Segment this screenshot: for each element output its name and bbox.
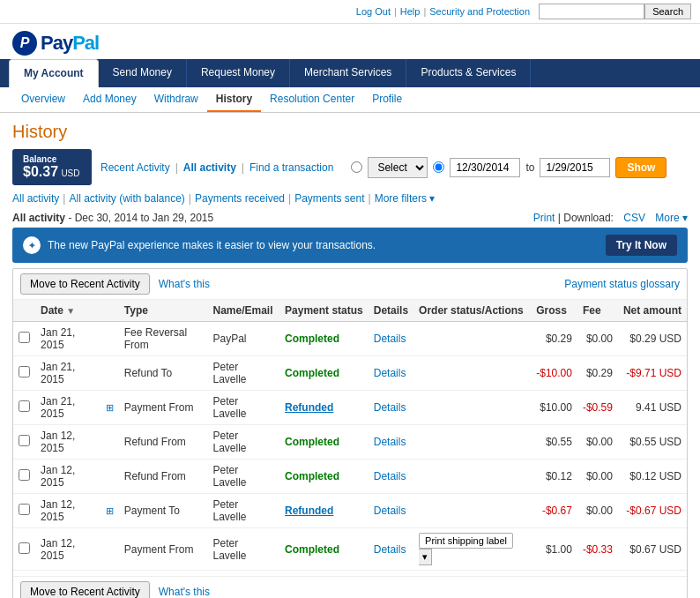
row-order-action[interactable]: Print shipping label▾ (413, 528, 531, 571)
row-gross: $0.55 (531, 425, 577, 460)
row-gross: $10.00 (531, 391, 577, 425)
move-bar-bottom: Move to Recent Activity What's this (13, 576, 687, 598)
table-header: Gross (531, 300, 577, 322)
more-filters-button[interactable]: More filters ▾ (375, 192, 436, 205)
more-link[interactable]: More ▾ (655, 212, 688, 224)
payment-glossary-link[interactable]: Payment status glossary (564, 278, 680, 290)
table-header: Name/Email (208, 300, 280, 322)
row-expand (101, 425, 119, 460)
print-label-dropdown[interactable]: ▾ (419, 549, 432, 565)
row-date: Jan 21, 2015 (35, 356, 101, 391)
row-name: Peter Lavelle (208, 391, 280, 425)
expand-icon[interactable]: ⊞ (106, 505, 114, 516)
paypal-logo: P PayPal (12, 31, 688, 56)
details-link[interactable]: Details (374, 543, 406, 556)
row-gross: $0.29 (531, 322, 577, 356)
table-header (13, 300, 35, 322)
download-label: Download: (563, 212, 614, 224)
main-nav-item[interactable]: Send Money (99, 59, 187, 87)
all-activity-filter[interactable]: All activity (12, 192, 59, 205)
row-type: Refund From (119, 460, 208, 494)
row-expand (101, 528, 119, 571)
row-date: Jan 12, 2015 (35, 528, 101, 571)
details-link[interactable]: Details (374, 401, 406, 414)
details-link[interactable]: Details (374, 436, 406, 448)
row-order-action (413, 356, 531, 391)
balance-box: Balance $0.37 USD (12, 149, 92, 185)
row-status: Completed (279, 322, 369, 356)
row-status: Refunded (279, 391, 369, 425)
all-with-balance-filter[interactable]: All activity (with balance) (69, 192, 184, 205)
try-it-now-button[interactable]: Try It Now (606, 235, 677, 256)
search-button[interactable]: Search (644, 4, 691, 19)
sub-nav-item[interactable]: Profile (363, 87, 411, 112)
sub-nav-item[interactable]: Overview (12, 87, 74, 112)
row-net: -$9.71 USD (618, 356, 687, 391)
row-checkbox[interactable] (19, 542, 30, 554)
date-from-input[interactable] (450, 158, 520, 177)
filter-select[interactable]: Select (368, 157, 428, 178)
print-label-button[interactable]: Print shipping label (419, 533, 513, 549)
filter-controls: Select to Show (351, 157, 666, 178)
row-checkbox[interactable] (19, 332, 30, 343)
recent-activity-link[interactable]: Recent Activity (101, 161, 170, 174)
row-type: Payment From (119, 528, 208, 571)
table-row: Jan 21, 2015Fee Reversal FromPayPalCompl… (13, 322, 687, 356)
row-expand[interactable]: ⊞ (101, 391, 119, 425)
whats-this-bottom[interactable]: What's this (159, 586, 210, 598)
row-expand[interactable]: ⊞ (101, 494, 119, 528)
sub-nav-item[interactable]: Withdraw (145, 87, 207, 112)
show-button[interactable]: Show (615, 157, 666, 178)
table-header: Fee (577, 300, 618, 322)
row-date: Jan 12, 2015 (35, 425, 101, 460)
row-status: Completed (279, 460, 369, 494)
table-header: Order status/Actions (413, 300, 531, 322)
csv-link[interactable]: CSV (623, 212, 645, 224)
row-gross: $0.12 (531, 460, 577, 494)
row-name: Peter Lavelle (208, 494, 280, 528)
row-checkbox[interactable] (19, 435, 30, 446)
main-nav-item[interactable]: Request Money (187, 59, 290, 87)
row-checkbox[interactable] (19, 504, 30, 515)
info-banner-left: ✦ The new PayPal experience makes it eas… (23, 236, 376, 254)
date-to-input[interactable] (540, 158, 610, 177)
payments-sent-filter[interactable]: Payments sent (294, 192, 364, 205)
details-link[interactable]: Details (374, 367, 406, 379)
page-content: History Balance $0.37 USD Recent Activit… (0, 113, 700, 598)
sub-nav-item[interactable]: History (207, 87, 261, 112)
row-checkbox[interactable] (19, 469, 30, 481)
date-range-radio[interactable] (433, 161, 444, 173)
details-link[interactable]: Details (374, 333, 406, 345)
print-link[interactable]: Print (533, 212, 555, 224)
row-net: $0.12 USD (618, 460, 687, 494)
filter-links: Recent Activity | All activity | Find a … (101, 161, 333, 174)
expand-icon[interactable]: ⊞ (106, 402, 114, 413)
sub-nav-item[interactable]: Resolution Center (261, 87, 363, 112)
main-nav-item[interactable]: Products & Services (406, 59, 531, 87)
main-nav-item[interactable]: Merchant Services (290, 59, 406, 87)
radio-group (351, 161, 362, 173)
filter-radio[interactable] (351, 161, 362, 173)
find-transaction-link[interactable]: Find a transaction (249, 161, 333, 174)
row-fee: $0.29 (577, 356, 618, 391)
details-link[interactable]: Details (374, 505, 406, 517)
move-to-recent-bottom[interactable]: Move to Recent Activity (20, 581, 150, 598)
help-link[interactable]: Help (400, 6, 421, 17)
logout-link[interactable]: Log Out (356, 6, 391, 17)
security-link[interactable]: Security and Protection (429, 6, 530, 17)
all-activity-link[interactable]: All activity (183, 161, 236, 174)
row-checkbox[interactable] (19, 366, 30, 377)
banner-icon: ✦ (23, 236, 41, 254)
table-header: Details (369, 300, 413, 322)
date-to-label: to (525, 161, 534, 174)
whats-this-top[interactable]: What's this (159, 278, 210, 290)
details-link[interactable]: Details (374, 470, 406, 482)
search-input[interactable] (539, 4, 644, 19)
payments-received-filter[interactable]: Payments received (195, 192, 285, 205)
move-to-recent-top[interactable]: Move to Recent Activity (20, 273, 150, 295)
main-nav-item[interactable]: My Account (9, 59, 99, 87)
table-row: Jan 21, 2015⊞Payment FromPeter LavelleRe… (13, 391, 687, 425)
sub-nav-item[interactable]: Add Money (74, 87, 145, 112)
balance-value: $0.37 (23, 164, 58, 179)
row-checkbox[interactable] (19, 400, 30, 412)
